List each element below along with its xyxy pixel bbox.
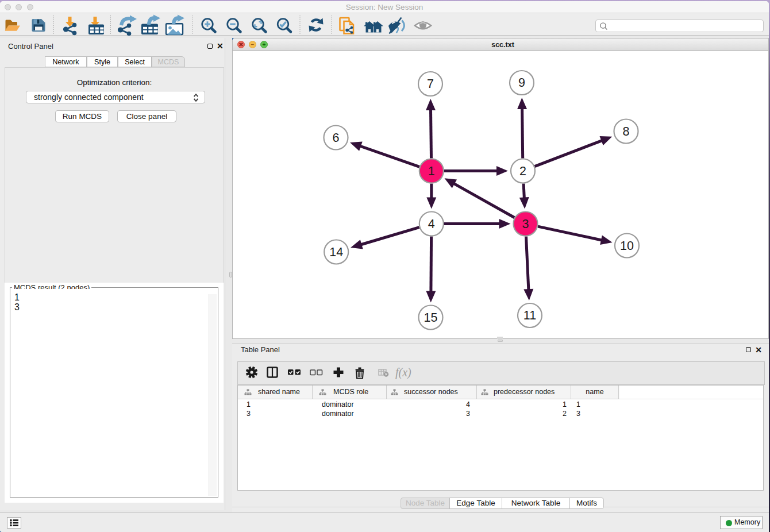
svg-text:1: 1 bbox=[428, 164, 435, 178]
svg-text:f(x): f(x) bbox=[395, 366, 411, 379]
svg-text:9: 9 bbox=[518, 76, 525, 90]
svg-text:4: 4 bbox=[428, 217, 435, 231]
svg-text:15: 15 bbox=[424, 311, 438, 325]
svg-text:10: 10 bbox=[620, 239, 634, 253]
svg-text:2: 2 bbox=[519, 164, 526, 178]
svg-text:6: 6 bbox=[333, 131, 340, 145]
svg-text:3: 3 bbox=[522, 217, 529, 231]
svg-text:8: 8 bbox=[623, 125, 630, 138]
svg-text:11: 11 bbox=[523, 309, 536, 322]
svg-text:7: 7 bbox=[427, 77, 434, 91]
svg-text:14: 14 bbox=[329, 245, 343, 259]
